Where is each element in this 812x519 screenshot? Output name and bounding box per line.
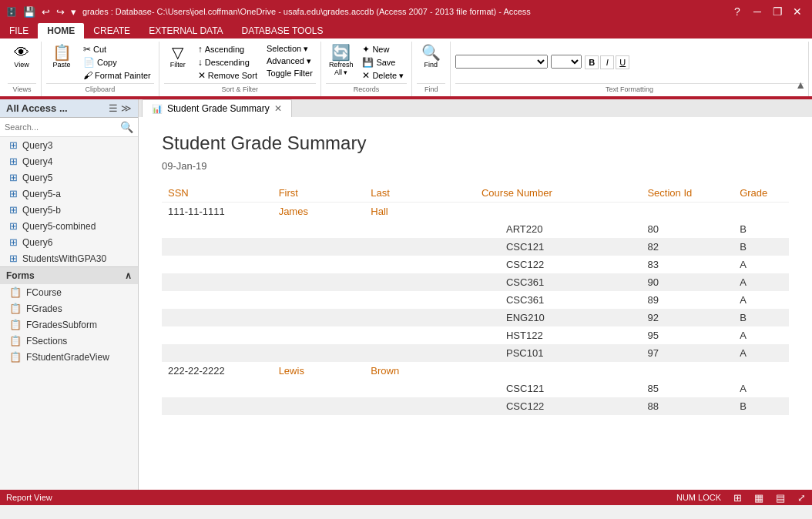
records-label: Records bbox=[326, 83, 407, 95]
remove-sort-icon: ✕ bbox=[198, 70, 206, 81]
tab-create[interactable]: CREATE bbox=[84, 23, 139, 39]
sidebar-item-fsections[interactable]: 📋 FSections bbox=[0, 333, 138, 349]
title-text: grades : Database- C:\Users\joel.coffman… bbox=[82, 7, 531, 16]
sidebar-item-studentsGPA[interactable]: ⊞ StudentsWithGPA30 bbox=[0, 250, 138, 266]
clipboard-small: ✂ Cut 📄 Copy 🖌 Format Painter bbox=[80, 43, 154, 82]
italic-btn[interactable]: I bbox=[600, 55, 614, 69]
find-label: Find bbox=[417, 83, 445, 95]
sidebar-item-query5a[interactable]: ⊞ Query5-a bbox=[0, 186, 138, 202]
query-icon-3: ⊞ bbox=[9, 139, 18, 151]
tab-dbtools[interactable]: DATABASE TOOLS bbox=[233, 23, 333, 39]
tab-close-btn[interactable]: ✕ bbox=[274, 103, 282, 114]
sidebar-item-query3[interactable]: ⊞ Query3 bbox=[0, 137, 138, 153]
query-icon-gpa: ⊞ bbox=[9, 253, 18, 264]
find-btn[interactable]: 🔍 Find bbox=[417, 43, 445, 70]
copy-btn[interactable]: 📄 Copy bbox=[80, 56, 154, 69]
advanced-btn[interactable]: Advanced ▾ bbox=[263, 55, 316, 67]
table-row: 111-11-1111 James Hall bbox=[162, 203, 789, 221]
status-icon-1[interactable]: ⊞ bbox=[733, 492, 742, 504]
sidebar-section-forms[interactable]: Forms ∧ bbox=[0, 266, 138, 284]
form-icon-sections: 📋 bbox=[9, 335, 22, 347]
redo-btn[interactable]: ↪ bbox=[55, 5, 66, 19]
descending-btn[interactable]: ↓ Descending bbox=[195, 56, 260, 69]
sidebar-item-fgrades[interactable]: 📋 FGrades bbox=[0, 300, 138, 316]
search-input[interactable] bbox=[5, 122, 120, 132]
sidebar-expand-icon[interactable]: ≫ bbox=[121, 102, 132, 114]
paste-btn[interactable]: 📋 Paste bbox=[46, 43, 77, 70]
col-header-ssn: SSN bbox=[162, 184, 273, 203]
delete-btn[interactable]: ✕ Delete ▾ bbox=[359, 69, 407, 82]
status-icon-3[interactable]: ▤ bbox=[776, 492, 785, 504]
tab-home[interactable]: HOME bbox=[38, 23, 84, 39]
table-header-row: SSN First Last Course Number Section Id … bbox=[162, 184, 789, 203]
content-area: 📊 Student Grade Summary ✕ Student Grade … bbox=[139, 99, 812, 490]
save-quick-btn[interactable]: 💾 bbox=[22, 5, 37, 19]
save-record-btn[interactable]: 💾 Save bbox=[359, 56, 407, 69]
status-icon-2[interactable]: ▦ bbox=[754, 492, 763, 504]
cut-btn[interactable]: ✂ Cut bbox=[80, 43, 154, 55]
new-icon: ✦ bbox=[362, 44, 370, 55]
sidebar-item-query6[interactable]: ⊞ Query6 bbox=[0, 234, 138, 250]
tab-bar: 📊 Student Grade Summary ✕ bbox=[139, 99, 812, 117]
views-label: Views bbox=[8, 83, 36, 95]
minimize-btn[interactable]: ─ bbox=[749, 3, 766, 20]
report-tab-label: Student Grade Summary bbox=[167, 103, 270, 114]
query-icon-4: ⊞ bbox=[9, 156, 18, 167]
sidebar-menu-icon[interactable]: ☰ bbox=[109, 102, 118, 114]
app-icon: 🗄️ bbox=[6, 7, 17, 17]
form-icon-course: 📋 bbox=[9, 286, 22, 298]
new-record-btn[interactable]: ✦ New bbox=[359, 43, 407, 55]
view-btn[interactable]: 👁 View bbox=[8, 43, 35, 70]
status-bar: Report View NUM LOCK ⊞ ▦ ▤ ⤢ bbox=[0, 490, 812, 505]
font-family-select[interactable] bbox=[455, 55, 548, 69]
ribbon: 👁 View Views 📋 Paste ✂ Cut bbox=[0, 39, 812, 99]
table-row: ART220 80 B bbox=[162, 220, 789, 238]
filter-small: Selection ▾ Advanced ▾ Toggle Filter bbox=[263, 43, 316, 79]
ribbon-group-find: 🔍 Find Find bbox=[412, 42, 451, 96]
sidebar-item-query4[interactable]: ⊞ Query4 bbox=[0, 153, 138, 169]
report-table: SSN First Last Course Number Section Id … bbox=[162, 184, 789, 415]
search-box: 🔍 bbox=[0, 118, 138, 137]
search-icon[interactable]: 🔍 bbox=[120, 121, 133, 133]
undo-btn[interactable]: ↩ bbox=[40, 5, 52, 19]
help-btn[interactable]: ? bbox=[729, 3, 746, 20]
ribbon-group-text: B I U Text Formatting bbox=[451, 42, 809, 96]
status-icon-4[interactable]: ⤢ bbox=[797, 492, 806, 504]
filter-btn[interactable]: ▽ Filter bbox=[164, 43, 192, 70]
sidebar-item-fstudentgrade[interactable]: 📋 FStudentGradeView bbox=[0, 349, 138, 365]
sidebar-item-query5[interactable]: ⊞ Query5 bbox=[0, 169, 138, 186]
ascending-icon: ↑ bbox=[198, 44, 203, 55]
sidebar-item-fgradessubform[interactable]: 📋 FGradesSubform bbox=[0, 316, 138, 333]
bold-btn[interactable]: B bbox=[585, 55, 599, 69]
underline-btn[interactable]: U bbox=[616, 55, 629, 69]
selection-btn[interactable]: Selection ▾ bbox=[263, 43, 316, 55]
ribbon-collapse-btn[interactable]: ▲ bbox=[795, 79, 806, 91]
refresh-btn[interactable]: 🔄 RefreshAll ▾ bbox=[326, 43, 357, 78]
sidebar-item-fcourse[interactable]: 📋 FCourse bbox=[0, 284, 138, 300]
report-tab[interactable]: 📊 Student Grade Summary ✕ bbox=[142, 99, 292, 117]
save-icon: 💾 bbox=[362, 57, 374, 68]
tab-file[interactable]: FILE bbox=[0, 23, 38, 39]
sidebar-item-query5b[interactable]: ⊞ Query5-b bbox=[0, 202, 138, 218]
format-painter-btn[interactable]: 🖌 Format Painter bbox=[80, 69, 154, 82]
col-header-course: Course Number bbox=[475, 184, 641, 203]
cut-icon: ✂ bbox=[83, 44, 91, 55]
table-row: CSC121 82 B bbox=[162, 238, 789, 256]
font-size-select[interactable] bbox=[551, 55, 582, 69]
form-icon-gradessubform: 📋 bbox=[9, 319, 22, 330]
ribbon-tabs: FILE HOME CREATE EXTERNAL DATA DATABASE … bbox=[0, 23, 812, 39]
toggle-filter-btn[interactable]: Toggle Filter bbox=[263, 68, 316, 79]
tab-external[interactable]: EXTERNAL DATA bbox=[139, 23, 232, 39]
query-icon-6: ⊞ bbox=[9, 236, 18, 248]
table-row: ENG210 92 B bbox=[162, 309, 789, 326]
restore-btn[interactable]: ❐ bbox=[769, 3, 786, 20]
remove-sort-btn[interactable]: ✕ Remove Sort bbox=[195, 69, 260, 82]
table-row: CSC361 89 A bbox=[162, 291, 789, 309]
report-date: 09-Jan-19 bbox=[162, 160, 789, 172]
sidebar-item-query5combined[interactable]: ⊞ Query5-combined bbox=[0, 218, 138, 234]
dropdown-btn[interactable]: ▾ bbox=[69, 5, 78, 19]
close-btn[interactable]: ✕ bbox=[789, 3, 806, 20]
ascending-btn[interactable]: ↑ Ascending bbox=[195, 43, 260, 55]
table-row: PSC101 97 A bbox=[162, 344, 789, 362]
form-icon-grades: 📋 bbox=[9, 303, 22, 314]
